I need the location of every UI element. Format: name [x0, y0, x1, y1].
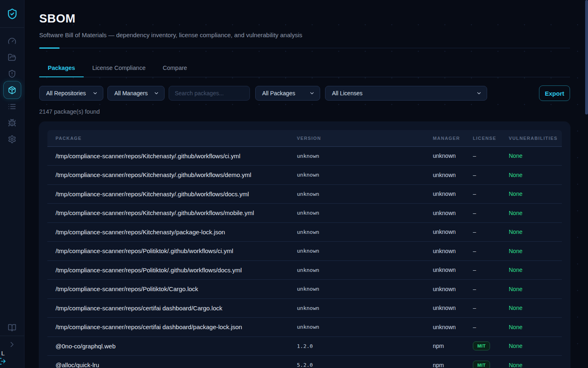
sidebar-item-settings[interactable]: [3, 131, 21, 147]
vulnerabilities-cell: None: [509, 318, 562, 337]
tab-compare[interactable]: Compare: [154, 59, 196, 77]
table-row[interactable]: /tmp/compliance-scanner/repos/Politiktok…: [47, 260, 562, 280]
book-icon: [8, 323, 16, 332]
table-row[interactable]: @0no-co/graphql.web 1.2.0 npm MIT None: [47, 337, 562, 356]
package-cell: @0no-co/graphql.web: [47, 337, 297, 356]
packages-select-value: All Packages: [262, 90, 295, 96]
tab-packages[interactable]: Packages: [39, 59, 84, 77]
table-row[interactable]: /tmp/compliance-scanner/repos/Kitchenast…: [47, 184, 562, 204]
package-cell: /tmp/compliance-scanner/repos/Politiktok…: [47, 242, 297, 261]
sidebar-item-dashboard[interactable]: [3, 33, 21, 49]
vertical-scrollbar-thumb[interactable]: [585, 0, 588, 114]
repositories-select-value: All Repositories: [46, 90, 86, 96]
vulnerabilities-cell: None: [509, 337, 562, 356]
vulnerabilities-cell: None: [509, 204, 562, 223]
package-cube-icon: [8, 86, 16, 94]
package-cell: /tmp/compliance-scanner/repos/certifai d…: [47, 318, 297, 337]
license-badge: MIT: [473, 361, 490, 368]
chevron-down-icon: [309, 90, 315, 96]
table-row[interactable]: /tmp/compliance-scanner/repos/Kitchenast…: [47, 166, 562, 185]
version-cell: 5.2.0: [297, 356, 433, 368]
manager-cell: unknown: [433, 146, 473, 166]
table-row[interactable]: /tmp/compliance-scanner/repos/Kitchenast…: [47, 222, 562, 242]
license-cell: MIT: [473, 356, 509, 368]
version-cell: unknown: [297, 298, 433, 318]
manager-cell: unknown: [433, 204, 473, 223]
vulnerabilities-cell: None: [509, 356, 562, 368]
corner-overlay: L: [1, 349, 6, 367]
corner-label: L: [1, 349, 6, 357]
sidebar-item-security[interactable]: [3, 65, 21, 82]
packages-select[interactable]: All Packages: [255, 86, 320, 101]
package-cell: /tmp/compliance-scanner/repos/Kitchenast…: [47, 184, 297, 204]
licenses-select[interactable]: All Licenses: [325, 86, 487, 101]
license-cell: –: [473, 184, 509, 204]
version-cell: unknown: [297, 222, 433, 242]
package-cell: @alloc/quick-lru: [47, 356, 297, 368]
chevron-right-icon: [8, 340, 16, 349]
vulnerabilities-cell: None: [509, 242, 562, 261]
license-cell: MIT: [473, 337, 509, 356]
license-cell: –: [473, 298, 509, 318]
search-input[interactable]: [169, 86, 250, 101]
package-cell: /tmp/compliance-scanner/repos/Politiktok…: [47, 280, 297, 299]
package-cell: /tmp/compliance-scanner/repos/Politiktok…: [47, 260, 297, 280]
vulnerabilities-cell: None: [509, 222, 562, 242]
managers-select[interactable]: All Managers: [107, 86, 165, 101]
vulnerabilities-cell: None: [509, 260, 562, 280]
app-logo[interactable]: [0, 0, 24, 28]
table-header-row: PACKAGE VERSION MANAGER LICENSE VULNERAB…: [47, 130, 562, 146]
chevron-down-icon: [476, 90, 482, 96]
manager-cell: unknown: [433, 298, 473, 318]
table-row[interactable]: /tmp/compliance-scanner/repos/Politiktok…: [47, 280, 562, 299]
table-row[interactable]: /tmp/compliance-scanner/repos/Politiktok…: [47, 242, 562, 261]
bug-icon: [8, 119, 16, 127]
header-divider: [39, 47, 570, 48]
license-cell: –: [473, 204, 509, 223]
shield-check-logo-icon: [7, 8, 18, 20]
gear-icon: [8, 135, 16, 144]
table-row[interactable]: /tmp/compliance-scanner/repos/Kitchenast…: [47, 146, 562, 166]
logout-icon[interactable]: [0, 357, 6, 368]
package-cell: /tmp/compliance-scanner/repos/Kitchenast…: [47, 166, 297, 185]
table-row[interactable]: @alloc/quick-lru 5.2.0 npm MIT None: [47, 356, 562, 368]
sidebar-item-vulnerabilities[interactable]: [3, 114, 21, 131]
license-cell: –: [473, 318, 509, 337]
manager-cell: unknown: [433, 260, 473, 280]
vulnerabilities-cell: None: [509, 166, 562, 185]
column-header-package: PACKAGE: [47, 130, 297, 146]
license-cell: –: [473, 146, 509, 166]
page-subtitle: Software Bill of Materials — dependency …: [39, 31, 570, 38]
version-cell: 1.2.0: [297, 337, 433, 356]
version-cell: unknown: [297, 204, 433, 223]
table-row[interactable]: /tmp/compliance-scanner/repos/certifai d…: [47, 298, 562, 318]
table-row[interactable]: /tmp/compliance-scanner/repos/Kitchenast…: [47, 204, 562, 223]
vulnerabilities-cell: None: [509, 184, 562, 204]
license-cell: –: [473, 222, 509, 242]
version-cell: unknown: [297, 184, 433, 204]
license-badge: MIT: [473, 341, 490, 350]
folder-icon: [8, 53, 16, 62]
manager-cell: unknown: [433, 166, 473, 185]
sidebar-nav: [0, 33, 24, 147]
table-row[interactable]: /tmp/compliance-scanner/repos/certifai d…: [47, 318, 562, 337]
license-cell: –: [473, 166, 509, 185]
manager-cell: unknown: [433, 280, 473, 299]
sidebar-item-inventory[interactable]: [3, 98, 21, 114]
vulnerabilities-cell: None: [509, 146, 562, 166]
chevron-down-icon: [154, 90, 159, 96]
main-content: SBOM Software Bill of Materials — depend…: [24, 0, 588, 368]
chevron-down-icon: [92, 90, 98, 96]
sidebar-item-docs[interactable]: [3, 319, 21, 336]
vulnerabilities-cell: None: [509, 298, 562, 318]
tab-license-compliance[interactable]: License Compliance: [84, 59, 154, 77]
version-cell: unknown: [297, 318, 433, 337]
export-button[interactable]: Export: [539, 85, 570, 101]
version-cell: unknown: [297, 146, 433, 166]
column-header-version: VERSION: [297, 130, 433, 146]
repositories-select[interactable]: All Repositories: [39, 86, 103, 101]
sidebar-item-sbom[interactable]: [3, 81, 21, 99]
manager-cell: npm: [433, 356, 473, 368]
manager-cell: unknown: [433, 222, 473, 242]
sidebar-item-repositories[interactable]: [3, 49, 21, 65]
